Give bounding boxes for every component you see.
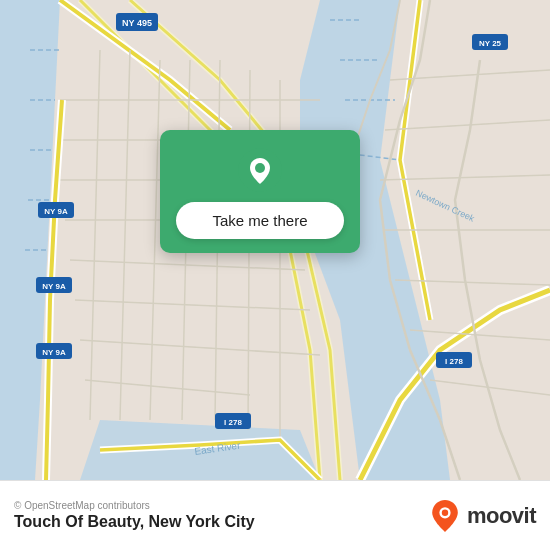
moovit-pin-icon (429, 500, 461, 532)
svg-text:I 278: I 278 (445, 357, 463, 366)
svg-text:NY 9A: NY 9A (42, 282, 66, 291)
svg-text:NY 9A: NY 9A (42, 348, 66, 357)
location-name: Touch Of Beauty, New York City (14, 513, 255, 531)
take-me-there-button[interactable]: Take me there (176, 202, 344, 239)
svg-text:NY 9A: NY 9A (44, 207, 68, 216)
svg-text:NY 25: NY 25 (479, 39, 502, 48)
svg-point-52 (442, 509, 448, 515)
moovit-brand-text: moovit (467, 503, 536, 529)
bottom-bar: © OpenStreetMap contributors Touch Of Be… (0, 480, 550, 550)
map-container[interactable]: N NY 495 NY 9A NY 9A NY 9A NY 25 I 278 I… (0, 0, 550, 480)
moovit-logo: moovit (429, 500, 536, 532)
bottom-left-info: © OpenStreetMap contributors Touch Of Be… (14, 500, 255, 531)
svg-text:NY 495: NY 495 (122, 18, 152, 28)
location-pin-icon (238, 148, 282, 192)
map-popup: Take me there (160, 130, 360, 253)
attribution-text: © OpenStreetMap contributors (14, 500, 255, 511)
svg-point-50 (255, 163, 265, 173)
svg-text:I 278: I 278 (224, 418, 242, 427)
